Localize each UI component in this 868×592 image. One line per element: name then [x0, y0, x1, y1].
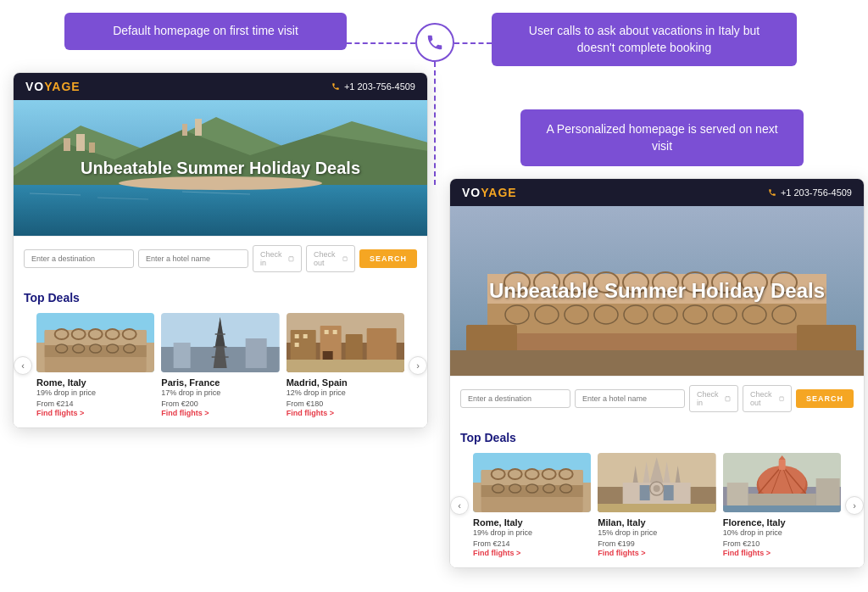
browser-left: VOYAGE +1 203-756-4509 [13, 72, 428, 428]
florence-drop-right: 10% drop in price From €210 [723, 528, 841, 549]
madrid-drop-left: 12% drop in price From €180 [287, 388, 404, 409]
svg-rect-41 [174, 343, 191, 368]
rome-img-svg-left [36, 313, 154, 372]
deals-title-right: Top Deals [460, 431, 854, 444]
right-top-label-text: User calls to ask about vacations in Ita… [529, 24, 760, 54]
rome-city-right: Rome, Italy [473, 517, 591, 528]
svg-rect-13 [289, 257, 293, 261]
deal-img-milan-right [598, 453, 715, 512]
svg-rect-28 [45, 345, 147, 357]
brand-yage-right: YAGE [481, 186, 516, 199]
browser-header-right: VOYAGE +1 203-756-4509 [450, 179, 864, 206]
svg-rect-132 [723, 505, 841, 512]
rome-link-right[interactable]: Find flights > [473, 549, 591, 557]
hotel-input-left[interactable] [138, 249, 248, 268]
svg-rect-3 [64, 138, 70, 151]
madrid-link-left[interactable]: Find flights > [287, 409, 404, 417]
right-bottom-label-box: A Personalized homepage is served on nex… [520, 109, 804, 166]
hero-text-left: Unbeatable Summer Holiday Deals [64, 157, 377, 179]
rome-img-svg-right [473, 453, 591, 512]
carousel-prev-right[interactable]: ‹ [450, 496, 469, 515]
svg-rect-55 [287, 360, 404, 372]
deals-carousel-right: ‹ [460, 453, 854, 557]
milan-link-right[interactable]: Find flights > [598, 549, 715, 557]
deals-grid-right: Rome, Italy 19% drop in price From €214 … [473, 453, 841, 557]
header-phone-icon-left [331, 82, 340, 91]
svg-rect-94 [481, 470, 583, 485]
carousel-next-left[interactable]: › [409, 356, 427, 375]
deals-grid-left: Rome, Italy 19% drop in price From €214 … [36, 313, 404, 417]
svg-rect-115 [664, 485, 674, 500]
svg-rect-53 [332, 330, 337, 334]
svg-rect-52 [324, 330, 328, 334]
destination-input-right[interactable] [460, 389, 570, 408]
diagram-container: Default homepage on first time visit Use… [0, 0, 868, 592]
left-label-box: Default homepage on first time visit [64, 13, 347, 50]
svg-rect-22 [45, 330, 147, 345]
calendar-icon-checkout-right [779, 395, 784, 402]
florence-img-svg-right [723, 453, 841, 512]
rome-drop-left: 19% drop in price From €214 [36, 388, 154, 409]
deal-img-paris-left [161, 313, 279, 372]
florence-link-right[interactable]: Find flights > [723, 549, 841, 557]
destination-input-left[interactable] [24, 249, 134, 268]
deals-title-left: Top Deals [24, 291, 417, 304]
svg-rect-84 [450, 350, 864, 376]
left-label-text: Default homepage on first time visit [113, 24, 298, 37]
calendar-icon-checkout-left [342, 255, 348, 262]
calendar-icon-left [288, 255, 294, 262]
svg-point-117 [654, 485, 660, 492]
checkout-input-right[interactable]: Check out [743, 385, 792, 412]
deal-rome-right: Rome, Italy 19% drop in price From €214 … [473, 453, 591, 557]
svg-rect-5 [89, 142, 95, 153]
milan-city-right: Milan, Italy [598, 517, 715, 528]
deal-img-rome-left [36, 313, 154, 372]
search-bar-right: Check in Check out SEARCH [450, 376, 864, 421]
checkin-input-right[interactable]: Check in [689, 385, 738, 412]
phone-icon-circle [415, 23, 454, 62]
dashed-line-right-top [454, 42, 492, 44]
calendar-icon-right [725, 395, 731, 402]
hero-right: Unbeatable Summer Holiday Deals [450, 206, 864, 376]
svg-rect-114 [640, 485, 650, 500]
deal-img-rome-right [473, 453, 591, 512]
florence-city-right: Florence, Italy [723, 517, 841, 528]
header-phone-left: +1 203-756-4509 [331, 81, 415, 92]
brand-logo-left: VOYAGE [25, 80, 81, 93]
header-phone-right: +1 203-756-4509 [768, 187, 852, 198]
svg-rect-100 [481, 485, 583, 497]
header-phone-icon-right [768, 188, 776, 197]
brand-vo-right: VO [462, 186, 481, 199]
svg-rect-4 [76, 134, 85, 151]
header-phone-number-right: +1 203-756-4509 [781, 187, 852, 198]
svg-rect-6 [182, 124, 187, 136]
paris-drop-left: 17% drop in price From €200 [161, 388, 279, 409]
deal-img-madrid-left [287, 313, 404, 372]
milan-drop-right: 15% drop in price From €199 [598, 528, 715, 549]
svg-rect-8 [14, 185, 427, 236]
deal-img-florence-right [723, 453, 841, 512]
deals-section-left: Top Deals ‹ [14, 281, 427, 427]
carousel-prev-left[interactable]: ‹ [14, 356, 32, 375]
browser-header-left: VOYAGE +1 203-756-4509 [14, 73, 427, 100]
paris-link-left[interactable]: Find flights > [161, 409, 279, 417]
deals-section-right: Top Deals ‹ [450, 421, 864, 567]
phone-svg-icon [426, 33, 444, 52]
checkin-input-left[interactable]: Check in [253, 245, 302, 272]
right-bottom-label-text: A Personalized homepage is served on nex… [546, 122, 777, 153]
search-button-right[interactable]: SEARCH [796, 389, 854, 408]
rome-link-left[interactable]: Find flights > [36, 409, 154, 417]
dashed-line-left [347, 42, 415, 44]
carousel-next-right[interactable]: › [845, 496, 864, 515]
svg-rect-118 [598, 504, 715, 512]
svg-rect-50 [303, 334, 307, 338]
hero-text-right: Unbeatable Summer Holiday Deals [472, 277, 842, 304]
search-button-left[interactable]: SEARCH [359, 249, 417, 268]
checkout-input-left[interactable]: Check out [306, 245, 355, 272]
search-bar-left: Check in Check out SEARCH [14, 236, 427, 281]
hotel-input-right[interactable] [575, 389, 685, 408]
svg-rect-7 [195, 119, 202, 136]
rome-drop-right: 19% drop in price From €214 [473, 528, 591, 549]
deal-madrid-left: Madrid, Spain 12% drop in price From €18… [287, 313, 404, 417]
deal-milan-right: Milan, Italy 15% drop in price From €199… [598, 453, 715, 557]
